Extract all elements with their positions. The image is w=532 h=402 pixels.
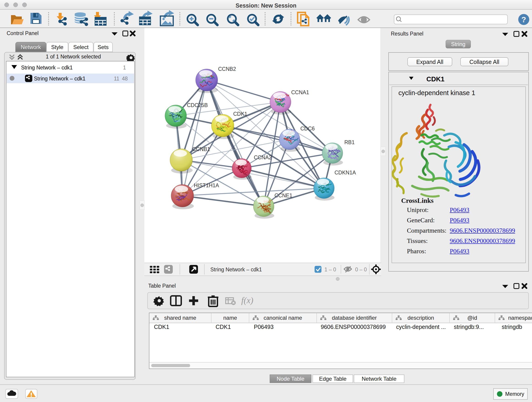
svg-text:CDKN1A: CDKN1A bbox=[335, 170, 356, 176]
svg-text:?: ? bbox=[521, 15, 526, 24]
svg-text:RB1: RB1 bbox=[344, 139, 355, 145]
svg-text:1 – 0: 1 – 0 bbox=[324, 267, 336, 273]
svg-text:HIST1H1A: HIST1H1A bbox=[194, 182, 219, 188]
svg-text:0 – 0: 0 – 0 bbox=[355, 267, 367, 273]
svg-text:CCNA1: CCNA1 bbox=[291, 89, 309, 95]
svg-text:CCNB1: CCNB1 bbox=[192, 146, 210, 152]
svg-text:f(x): f(x) bbox=[241, 295, 253, 305]
svg-text:CCNE1: CCNE1 bbox=[274, 192, 292, 198]
svg-text:CDC25B: CDC25B bbox=[187, 102, 208, 108]
svg-text:CDK1: CDK1 bbox=[233, 111, 247, 117]
svg-text:CCNB2: CCNB2 bbox=[218, 66, 236, 72]
svg-text:CCNA2: CCNA2 bbox=[254, 154, 272, 160]
svg-text:String Network – cdk1: String Network – cdk1 bbox=[210, 267, 262, 273]
svg-text:CDC6: CDC6 bbox=[300, 126, 315, 132]
